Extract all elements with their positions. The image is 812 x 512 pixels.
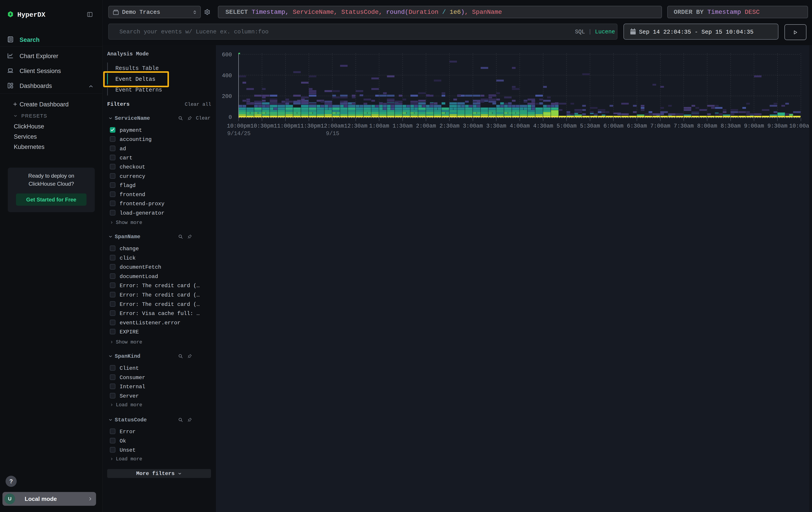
- svg-text:9/14/25: 9/14/25: [227, 131, 251, 137]
- svg-text:1:30am: 1:30am: [393, 123, 413, 129]
- svg-text:7:00am: 7:00am: [650, 123, 670, 129]
- svg-text:1:00am: 1:00am: [369, 123, 389, 129]
- svg-text:4:00am: 4:00am: [510, 123, 530, 129]
- svg-text:11:30pm: 11:30pm: [297, 123, 321, 129]
- svg-text:3:00am: 3:00am: [463, 123, 483, 129]
- svg-text:5:30am: 5:30am: [580, 123, 600, 129]
- svg-text:2:00am: 2:00am: [416, 123, 436, 129]
- svg-text:6:00am: 6:00am: [604, 123, 624, 129]
- svg-text:9/15: 9/15: [326, 131, 339, 137]
- svg-text:8:30am: 8:30am: [721, 123, 741, 129]
- svg-text:3:30am: 3:30am: [486, 123, 506, 129]
- svg-text:200: 200: [222, 93, 232, 100]
- svg-text:11:00pm: 11:00pm: [274, 123, 297, 129]
- svg-text:12:00am: 12:00am: [321, 123, 344, 129]
- svg-text:4:30am: 4:30am: [533, 123, 553, 129]
- svg-text:10:00pm: 10:00pm: [227, 123, 250, 129]
- svg-text:7:30am: 7:30am: [674, 123, 694, 129]
- svg-text:2:30am: 2:30am: [439, 123, 459, 129]
- svg-text:6:30am: 6:30am: [627, 123, 647, 129]
- svg-text:10:00am: 10:00am: [789, 123, 812, 129]
- svg-text:600: 600: [222, 52, 232, 58]
- svg-text:12:30am: 12:30am: [344, 123, 367, 129]
- svg-text:0: 0: [229, 114, 232, 120]
- svg-text:9:00am: 9:00am: [744, 123, 764, 129]
- svg-text:5:00am: 5:00am: [556, 123, 577, 129]
- svg-text:10:30pm: 10:30pm: [250, 123, 274, 129]
- svg-text:9:30am: 9:30am: [767, 123, 787, 129]
- svg-text:8:00am: 8:00am: [697, 123, 717, 129]
- svg-text:400: 400: [222, 73, 232, 79]
